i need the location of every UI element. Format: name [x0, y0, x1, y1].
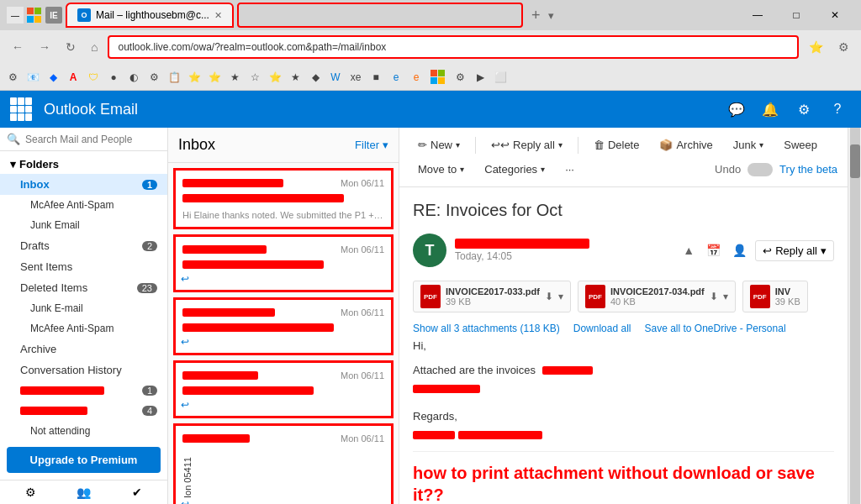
sidebar-item-folder2[interactable]: 4: [0, 401, 167, 421]
address-bar[interactable]: outlook.live.com/owa/?realm=outlook.com&…: [108, 35, 799, 59]
toolbar-icon-8[interactable]: 📋: [165, 68, 183, 87]
try-beta-label[interactable]: Try the beta: [779, 163, 837, 176]
toolbar-icon-5[interactable]: ●: [104, 68, 123, 87]
move-to-button[interactable]: Move to: [409, 159, 473, 180]
back-button[interactable]: ←: [7, 37, 29, 57]
toolbar-icon-ie[interactable]: e: [387, 68, 405, 87]
delete-button[interactable]: 🗑 Delete: [585, 134, 648, 155]
toolbar-icon-23[interactable]: ⬜: [491, 68, 510, 87]
sidebar-item-folder1[interactable]: 1: [0, 381, 167, 401]
toolbar-icon-7[interactable]: ⚙: [145, 68, 163, 87]
toolbar-icon-norton[interactable]: 🛡: [84, 68, 103, 87]
sidebar-item-deleted[interactable]: Deleted Items 23: [0, 277, 167, 298]
sidebar-item-junk[interactable]: Junk Email: [0, 215, 167, 235]
toolbar-icon-9[interactable]: ⭐: [185, 68, 203, 87]
filter-button[interactable]: Filter ▾: [355, 139, 388, 151]
toolbar-icon-15[interactable]: ◆: [306, 68, 325, 87]
notifications-icon[interactable]: 🔔: [757, 96, 784, 123]
tasks-icon[interactable]: ✔: [132, 486, 142, 499]
toolbar-icon-14[interactable]: ★: [286, 68, 304, 87]
toolbar-icon-22[interactable]: ▶: [471, 68, 489, 87]
home-button[interactable]: ⌂: [86, 37, 103, 57]
toolbar-icon-1[interactable]: ⚙: [3, 68, 22, 87]
tools-button[interactable]: ⚙: [833, 37, 854, 57]
new-tab-area[interactable]: [237, 3, 523, 28]
archive-toolbar-button[interactable]: 📦 Archive: [651, 134, 721, 155]
list-item[interactable]: Mon 06/11 ↩: [173, 360, 394, 418]
junk-button[interactable]: Junk: [725, 134, 772, 155]
tab-close-button[interactable]: ✕: [214, 10, 222, 21]
save-all-link[interactable]: Save all to OneDrive - Personal: [644, 323, 785, 334]
toolbar-icon-16[interactable]: W: [326, 68, 345, 87]
toolbar-icon-10[interactable]: ⭐: [205, 68, 224, 87]
help-icon[interactable]: ?: [824, 96, 851, 123]
sidebar-item-drafts[interactable]: Drafts 2: [0, 235, 167, 256]
browser-toolbar: ⚙ 📧 ◆ A 🛡 ● ◐ ⚙ 📋 ⭐ ⭐ ★ ☆ ⭐ ★ ◆ W xe ■ e…: [0, 64, 861, 91]
toolbar-icon-18[interactable]: ■: [367, 68, 385, 87]
sidebar-item-mcafee-antispam[interactable]: McAfee Anti-Spam: [0, 195, 167, 215]
body-regards: Regards,: [413, 408, 834, 426]
toolbar-icon-11[interactable]: ★: [225, 68, 244, 87]
toolbar-separator: [475, 137, 476, 154]
junk-toolbar-label: Junk: [733, 139, 756, 151]
show-all-link[interactable]: Show all 3 attachments (118 KB): [413, 323, 560, 334]
scrollbar-thumb[interactable]: [850, 144, 860, 178]
more-button[interactable]: ···: [557, 159, 583, 180]
toolbar-icon-17[interactable]: xe: [346, 68, 365, 87]
toolbar-icon-13[interactable]: ⭐: [266, 68, 284, 87]
chat-icon[interactable]: 💬: [723, 96, 750, 123]
toolbar-icon-adobe[interactable]: A: [64, 68, 82, 87]
people-icon[interactable]: 👥: [77, 486, 91, 499]
reply-all-button[interactable]: ↩ Reply all ▾: [755, 240, 834, 261]
settings-icon[interactable]: ⚙: [790, 96, 817, 123]
categories-button[interactable]: Categories: [476, 159, 553, 180]
tab-more-button[interactable]: ▾: [548, 9, 554, 22]
win-minimize[interactable]: —: [7, 7, 24, 24]
list-item[interactable]: Mon 06/11 Ion 05411 ↩: [173, 423, 394, 504]
settings-bottom-icon[interactable]: ⚙: [25, 486, 36, 499]
email-preview: Hi Elaine thanks noted. We submitted the…: [182, 210, 384, 220]
close-button[interactable]: ✕: [816, 3, 854, 28]
attachment-more-button[interactable]: ▾: [558, 291, 563, 302]
maximize-button[interactable]: □: [777, 3, 816, 28]
sidebar-item-archive[interactable]: Archive: [0, 339, 167, 360]
sidebar-item-not-attending[interactable]: Not attending: [0, 421, 167, 440]
attachment-download-button[interactable]: ⬇: [710, 291, 718, 302]
toggle-switch[interactable]: [747, 163, 773, 176]
sidebar-item-junk-sub[interactable]: Junk E-mail: [0, 298, 167, 318]
sidebar-item-conv-history[interactable]: Conversation History: [0, 360, 167, 381]
search-input[interactable]: [25, 134, 161, 145]
list-item[interactable]: Mon 06/11 ↩: [173, 234, 394, 292]
toolbar-icon-12[interactable]: ☆: [246, 68, 264, 87]
sidebar-item-mcafee-sub[interactable]: McAfee Anti-Spam: [0, 318, 167, 339]
calendar-icon[interactable]: 📅: [703, 240, 724, 260]
toolbar-icon-6[interactable]: ◐: [124, 68, 143, 87]
toolbar-icon-2[interactable]: 📧: [24, 68, 42, 87]
attachment-download-button[interactable]: ⬇: [545, 291, 553, 302]
download-all-link[interactable]: Download all: [573, 323, 631, 334]
list-item[interactable]: Mon 06/11 Hi Elaine thanks noted. We sub…: [173, 168, 394, 229]
refresh-button[interactable]: ↻: [61, 37, 81, 57]
contact-icon[interactable]: 👤: [729, 240, 750, 260]
favorites-button[interactable]: ⭐: [804, 37, 828, 57]
folders-header[interactable]: ▾ Folders: [0, 155, 167, 174]
toolbar-icon-dropbox[interactable]: ◆: [44, 68, 62, 87]
forward-button[interactable]: →: [34, 37, 55, 57]
app-grid-button[interactable]: [10, 97, 34, 121]
list-item[interactable]: Mon 06/11 ↩: [173, 297, 394, 355]
expand-icon[interactable]: ▲: [679, 240, 698, 260]
minimize-button[interactable]: —: [738, 3, 777, 28]
active-tab[interactable]: O Mail – lighthousebm@c... ✕: [66, 3, 234, 28]
sweep-button[interactable]: Sweep: [775, 134, 826, 155]
sidebar-item-inbox[interactable]: Inbox 1: [0, 174, 167, 195]
toolbar-icon-19[interactable]: e: [407, 68, 425, 87]
attachment-more-button[interactable]: ▾: [723, 291, 728, 302]
email-date: Mon 06/11: [341, 178, 384, 188]
toolbar-icon-21[interactable]: ⚙: [451, 68, 469, 87]
new-button[interactable]: ✏ New: [409, 134, 468, 155]
sidebar-item-sent[interactable]: Sent Items: [0, 256, 167, 277]
attachments-row: PDF INVOICE2017-033.pdf 39 KB ⬇ ▾ PDF I: [413, 274, 834, 319]
upgrade-button[interactable]: Upgrade to Premium: [7, 447, 161, 473]
new-tab-button[interactable]: +: [526, 7, 546, 24]
reply-all-toolbar-button[interactable]: ↩↩ Reply all: [483, 134, 571, 155]
